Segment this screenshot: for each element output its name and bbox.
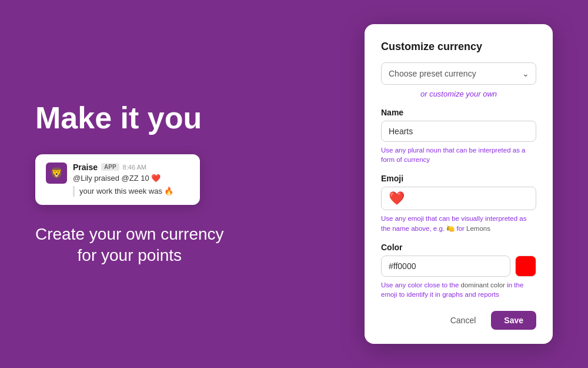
color-field-group: Color Use any color close to the dominan… <box>381 243 536 299</box>
dialog-title: Customize currency <box>381 41 536 53</box>
name-hint: Use any plural noun that can be interpre… <box>381 145 536 164</box>
name-field-group: Name Use any plural noun that can be int… <box>381 108 536 164</box>
headline: Make it you <box>35 101 202 135</box>
app-badge: APP <box>101 163 119 171</box>
emoji-display[interactable]: ❤️ <box>381 187 536 210</box>
emoji-value: ❤️ <box>389 191 405 206</box>
left-panel: Make it you 🦁 Praise APP 8:46 AM @Lily p… <box>35 101 282 266</box>
name-input[interactable] <box>381 121 536 142</box>
preset-currency-select[interactable]: Choose preset currency <box>381 62 536 85</box>
color-hint: Use any color close to the dominant colo… <box>381 280 536 299</box>
emoji-hint: Use any emoji that can be visually inter… <box>381 214 536 233</box>
preset-select-wrapper[interactable]: Choose preset currency ⌄ <box>381 62 536 85</box>
msg-time: 8:46 AM <box>123 164 146 171</box>
msg-body: @Lily praised @ZZ 10 ❤️ your work this w… <box>73 173 189 197</box>
message-header: Praise APP 8:46 AM <box>73 163 189 172</box>
or-customize-link[interactable]: or customize your own <box>381 89 536 98</box>
page-wrapper: Make it you 🦁 Praise APP 8:46 AM @Lily p… <box>0 0 588 368</box>
msg-sender: Praise <box>73 163 98 172</box>
msg-note-text: your work this week was 🔥 <box>79 186 174 197</box>
color-hint-keyword: dominant color <box>461 281 505 289</box>
subheadline: Create your own currencyfor your points <box>35 224 224 267</box>
emoji-field-group: Emoji ❤️ Use any emoji that can be visua… <box>381 174 536 233</box>
color-label: Color <box>381 243 536 252</box>
message-content: Praise APP 8:46 AM @Lily praised @ZZ 10 … <box>73 163 189 197</box>
save-button[interactable]: Save <box>491 311 536 330</box>
color-input[interactable] <box>381 256 510 277</box>
emoji-hint-example: Lemons <box>466 225 490 232</box>
dialog-footer: Cancel Save <box>381 311 536 330</box>
color-swatch[interactable] <box>515 256 536 277</box>
avatar: 🦁 <box>46 163 67 184</box>
msg-note: your work this week was 🔥 <box>73 186 189 197</box>
avatar-emoji: 🦁 <box>50 167 63 180</box>
msg-praise: @Lily praised @ZZ 10 ❤️ <box>73 173 189 184</box>
color-row <box>381 256 536 277</box>
message-card: 🦁 Praise APP 8:46 AM @Lily praised @ZZ 1… <box>35 154 200 205</box>
customize-currency-dialog: Customize currency Choose preset currenc… <box>365 24 553 344</box>
emoji-label: Emoji <box>381 174 536 183</box>
name-label: Name <box>381 108 536 117</box>
cancel-button[interactable]: Cancel <box>441 311 486 330</box>
msg-praise-text: @Lily praised @ZZ 10 ❤️ <box>73 173 161 184</box>
